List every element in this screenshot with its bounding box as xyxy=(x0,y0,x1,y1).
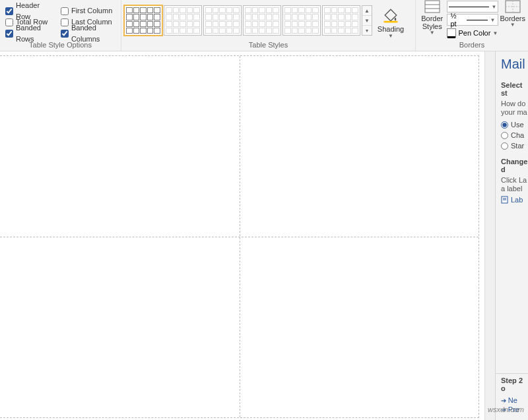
options-col-1: Header Row Total Row Banded Rows xyxy=(5,5,51,39)
table-style-2[interactable] xyxy=(164,5,202,36)
gallery-scroll: ▲ ▼ ▾ xyxy=(362,5,372,36)
group-label-options: Table Style Options xyxy=(3,39,118,51)
label-grid xyxy=(0,55,479,418)
svg-rect-1 xyxy=(425,1,440,13)
borders-button[interactable]: Borders ▼ xyxy=(500,0,525,28)
options-col-2: First Column Last Column Banded Columns xyxy=(61,5,116,39)
radio-use[interactable]: Use xyxy=(501,119,528,130)
step-indicator: Step 2 o xyxy=(501,376,528,392)
chevron-down-icon: ▼ xyxy=(430,30,435,36)
first-column-checkbox[interactable]: First Column xyxy=(61,5,116,16)
chevron-down-icon: ▼ xyxy=(490,17,496,23)
borders-icon xyxy=(504,0,521,14)
group-table-style-options: Header Row Total Row Banded Rows First C… xyxy=(0,0,121,51)
chevron-down-icon: ▼ xyxy=(492,4,497,10)
radio-start[interactable]: Star xyxy=(501,140,528,151)
border-styles-caption: BorderStyles xyxy=(421,15,443,30)
pane-section-change: Change d xyxy=(501,158,528,173)
pen-color-label: Pen Color xyxy=(458,29,490,37)
line-weight-dropdown[interactable]: ½ pt▼ xyxy=(447,14,498,26)
ribbon: Header Row Total Row Banded Rows First C… xyxy=(0,0,528,51)
border-styles-icon xyxy=(424,0,441,14)
vertical-scrollbar[interactable] xyxy=(484,51,495,420)
border-controls: ▼ ½ pt▼ Pen Color ▼ xyxy=(447,0,498,39)
chevron-down-icon: ▼ xyxy=(510,22,515,28)
gallery-more-icon[interactable]: ▾ xyxy=(362,26,372,35)
bucket-icon xyxy=(381,7,400,24)
shading-button[interactable]: Shading ▼ xyxy=(374,5,408,39)
document-area[interactable] xyxy=(0,51,484,420)
radio-change[interactable]: Cha xyxy=(501,130,528,140)
chevron-down-icon: ▼ xyxy=(388,33,393,39)
watermark: wsxdn.com xyxy=(488,405,524,413)
group-borders: BorderStyles ▼ ▼ ½ pt▼ Pen Color ▼ Borde… xyxy=(416,0,528,51)
table-style-4[interactable] xyxy=(243,5,281,36)
banded-columns-checkbox[interactable]: Banded Columns xyxy=(61,28,116,39)
borders-body: BorderStyles ▼ ▼ ½ pt▼ Pen Color ▼ Borde… xyxy=(418,0,525,39)
group-table-styles: ▲ ▼ ▾ Shading ▼ Table Styles xyxy=(121,0,416,51)
table-style-3[interactable] xyxy=(203,5,242,36)
pane-section-select: Select st xyxy=(501,81,528,97)
document-icon xyxy=(501,196,509,204)
label-options-text: Lab xyxy=(511,196,523,204)
table-style-6[interactable] xyxy=(322,5,360,36)
mail-merge-pane: Mail Select st How do your ma Use Cha St… xyxy=(495,51,528,420)
border-styles-button[interactable]: BorderStyles ▼ xyxy=(418,0,446,36)
workspace: Mail Select st How do your ma Use Cha St… xyxy=(0,51,528,420)
pane-help-text: How do your ma xyxy=(501,100,528,117)
pen-color-swatch xyxy=(447,28,456,38)
table-style-1[interactable] xyxy=(124,5,162,36)
label-options-link[interactable]: Lab xyxy=(501,196,528,204)
line-style-dropdown[interactable]: ▼ xyxy=(447,1,498,13)
gallery-down-icon[interactable]: ▼ xyxy=(362,16,372,26)
table-styles-gallery: ▲ ▼ ▾ Shading ▼ xyxy=(124,4,412,39)
group-label-styles: Table Styles xyxy=(124,39,412,51)
pane-title: Mail xyxy=(501,57,528,72)
group-label-borders: Borders xyxy=(418,39,525,51)
table-style-5[interactable] xyxy=(282,5,321,36)
shading-label: Shading xyxy=(378,25,404,33)
gallery-up-icon[interactable]: ▲ xyxy=(362,6,372,16)
pen-color-dropdown[interactable]: Pen Color ▼ xyxy=(447,27,498,39)
header-row-checkbox[interactable]: Header Row xyxy=(5,5,51,16)
next-step-link[interactable]: Ne xyxy=(501,396,528,404)
weight-label: ½ pt xyxy=(450,12,464,28)
table-style-options-body: Header Row Total Row Banded Rows First C… xyxy=(3,4,118,39)
chevron-down-icon: ▼ xyxy=(492,30,498,36)
pane-change-text: Click La a label xyxy=(501,176,528,193)
svg-rect-0 xyxy=(384,21,398,23)
banded-rows-checkbox[interactable]: Banded Rows xyxy=(5,28,51,39)
